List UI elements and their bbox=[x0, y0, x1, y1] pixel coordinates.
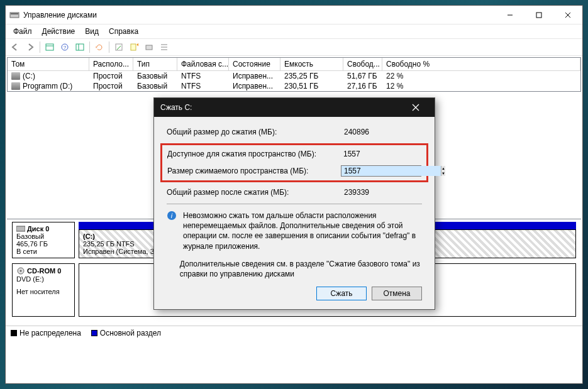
spinner-up-button[interactable]: ▲ bbox=[441, 166, 445, 171]
col-layout[interactable]: Располо... bbox=[89, 58, 133, 70]
maximize-button[interactable] bbox=[524, 6, 553, 25]
volume-table: Том Располо... Тип Файловая с... Состоян… bbox=[7, 57, 581, 92]
toolbar: ? ✦ bbox=[6, 38, 582, 56]
tb-list-button[interactable] bbox=[157, 40, 171, 54]
cancel-button[interactable]: Отмена bbox=[372, 287, 422, 300]
svg-rect-1 bbox=[11, 13, 18, 14]
table-row[interactable]: (C:) Простой Базовый NTFS Исправен... 23… bbox=[8, 71, 580, 81]
shrink-size-input[interactable] bbox=[341, 166, 441, 176]
svg-rect-19 bbox=[16, 226, 25, 231]
app-icon bbox=[9, 10, 19, 20]
col-status[interactable]: Состояние bbox=[229, 58, 280, 70]
label-total-after: Общий размер после сжатия (МБ): bbox=[167, 188, 341, 197]
shrink-button[interactable]: Сжать bbox=[316, 287, 367, 300]
value-available: 1557 bbox=[341, 149, 421, 159]
tb-view-button[interactable] bbox=[43, 40, 57, 54]
tb-new-button[interactable]: ✦ bbox=[127, 40, 141, 54]
svg-rect-13 bbox=[131, 44, 136, 50]
info-icon: i bbox=[167, 211, 177, 221]
minimize-button[interactable] bbox=[496, 6, 524, 25]
label-available: Доступное для сжатия пространство (МБ): bbox=[167, 150, 341, 158]
dialog-close-button[interactable] bbox=[403, 98, 428, 117]
svg-rect-10 bbox=[76, 44, 84, 50]
shrink-dialog: Сжать C: Общий размер до сжатия (МБ): 24… bbox=[153, 97, 435, 310]
col-freepct[interactable]: Свободно % bbox=[382, 58, 580, 70]
col-fs[interactable]: Файловая с... bbox=[177, 58, 229, 70]
value-total-before: 240896 bbox=[341, 127, 422, 137]
col-capacity[interactable]: Емкость bbox=[280, 58, 343, 70]
menu-help[interactable]: Справка bbox=[104, 26, 143, 37]
info-text-1: Невозможно сжать том дальше области расп… bbox=[183, 211, 422, 251]
svg-rect-6 bbox=[46, 44, 53, 50]
svg-rect-15 bbox=[146, 45, 152, 50]
table-row[interactable]: Programm (D:) Простой Базовый NTFS Испра… bbox=[8, 81, 580, 91]
highlighted-region: Доступное для сжатия пространство (МБ): … bbox=[160, 143, 428, 182]
volume-icon bbox=[11, 82, 20, 90]
menu-action[interactable]: Действие bbox=[37, 26, 80, 37]
window-title: Управление дисками bbox=[23, 11, 496, 19]
svg-rect-3 bbox=[536, 13, 541, 18]
label-total-before: Общий размер до сжатия (МБ): bbox=[167, 128, 341, 136]
tb-help-button[interactable]: ? bbox=[58, 40, 72, 54]
col-type[interactable]: Тип bbox=[133, 58, 177, 70]
shrink-size-spinner[interactable]: ▲ ▼ bbox=[341, 165, 421, 177]
svg-rect-12 bbox=[116, 44, 122, 50]
legend: Не распределена Основной раздел bbox=[6, 326, 582, 340]
svg-text:?: ? bbox=[64, 45, 67, 50]
nav-back-button[interactable] bbox=[8, 40, 22, 54]
value-total-after: 239339 bbox=[341, 187, 422, 197]
spinner-down-button[interactable]: ▼ bbox=[441, 171, 445, 176]
volume-icon bbox=[11, 72, 20, 80]
tb-refresh-button[interactable] bbox=[73, 40, 87, 54]
legend-unallocated-icon bbox=[11, 330, 17, 336]
tb-action-button[interactable] bbox=[142, 40, 156, 54]
col-volume[interactable]: Том bbox=[8, 58, 89, 70]
cdrom-icon bbox=[16, 266, 25, 275]
info-text-2: Дополнительные сведения см. в разделе "С… bbox=[180, 259, 422, 279]
nav-forward-button[interactable] bbox=[23, 40, 37, 54]
dialog-titlebar[interactable]: Сжать C: bbox=[154, 98, 435, 117]
dialog-title: Сжать C: bbox=[160, 103, 403, 112]
menubar: Файл Действие Вид Справка bbox=[6, 25, 582, 38]
svg-point-21 bbox=[20, 270, 22, 272]
svg-text:✦: ✦ bbox=[136, 43, 138, 48]
menu-view[interactable]: Вид bbox=[80, 26, 104, 37]
legend-primary-icon bbox=[91, 330, 97, 336]
tb-rescan-button[interactable] bbox=[92, 40, 106, 54]
col-free[interactable]: Свобод... bbox=[343, 58, 382, 70]
close-button[interactable] bbox=[553, 6, 582, 25]
tb-properties-button[interactable] bbox=[112, 40, 126, 54]
titlebar[interactable]: Управление дисками bbox=[6, 6, 582, 25]
menu-file[interactable]: Файл bbox=[8, 26, 37, 37]
label-shrink-size: Размер сжимаемого пространства (МБ): bbox=[167, 167, 341, 175]
disk-icon bbox=[16, 225, 25, 233]
